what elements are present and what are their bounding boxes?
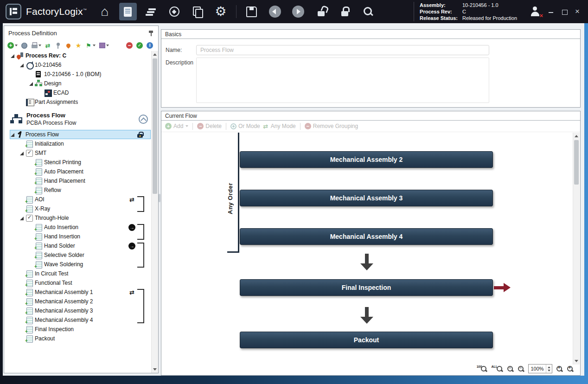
pin-icon[interactable] [148, 30, 154, 37]
panel-splitter[interactable] [159, 194, 160, 202]
dropdown-caret-icon[interactable] [93, 45, 96, 46]
toolbar-button[interactable] [7, 42, 18, 49]
tree-item[interactable]: Mechanical Assembly 4 [10, 315, 151, 325]
flow-node-packout[interactable]: Packout [240, 332, 493, 348]
toolbar-button[interactable] [31, 42, 41, 49]
scroll-thumb[interactable] [574, 140, 579, 185]
scroll-down-icon[interactable] [575, 360, 578, 362]
expander-icon[interactable] [28, 224, 34, 230]
expander-icon[interactable] [19, 299, 25, 305]
toolbar-button[interactable] [336, 3, 353, 20]
expander-icon[interactable] [19, 141, 25, 147]
toolbar-button[interactable] [98, 42, 109, 49]
toolbar-button[interactable] [136, 42, 143, 49]
tree-item[interactable]: SMT [10, 148, 151, 158]
toolbar-button[interactable] [54, 42, 62, 49]
zoom-in-button[interactable] [556, 365, 563, 372]
expander-icon[interactable] [28, 243, 34, 249]
scroll-down-icon[interactable] [153, 368, 157, 371]
zoom-100-button[interactable]: 100 [477, 365, 488, 372]
canvas-scrollbar[interactable] [573, 133, 580, 365]
expander-icon[interactable] [19, 62, 25, 68]
delete-button[interactable]: Delete [197, 123, 222, 129]
name-input[interactable] [196, 45, 489, 55]
add-button[interactable]: Add [165, 123, 188, 129]
toolbar-button[interactable] [212, 3, 230, 20]
expander-icon[interactable] [19, 280, 25, 286]
close-button[interactable] [575, 8, 582, 15]
expander-icon[interactable] [10, 132, 16, 138]
toolbar-button[interactable] [313, 3, 330, 20]
minimize-button[interactable] [548, 8, 555, 15]
expander-icon[interactable] [28, 187, 34, 193]
flow-node-final-inspection[interactable]: Final Inspection [240, 279, 493, 296]
tree-item[interactable]: Functional Test [10, 278, 151, 288]
toolbar-button[interactable] [75, 42, 82, 49]
any-mode-button[interactable]: Any Mode [262, 123, 296, 129]
maximize-button[interactable] [561, 8, 568, 15]
toolbar-button[interactable] [142, 3, 160, 20]
dropdown-caret-icon[interactable] [106, 45, 109, 46]
toolbar-button[interactable] [146, 42, 153, 49]
or-mode-button[interactable]: Or Mode [230, 123, 260, 129]
expander-icon[interactable] [19, 215, 25, 221]
expander-icon[interactable] [28, 169, 34, 175]
flow-node[interactable]: Mechanical Assembly 2 [240, 151, 493, 168]
expander-icon[interactable] [28, 71, 34, 77]
tree-item[interactable]: Process Flow [10, 130, 151, 139]
tree-item[interactable]: Part Assignments [10, 97, 151, 107]
tree-item[interactable]: Initialization [10, 139, 151, 148]
tree-item[interactable]: In Circuit Test [10, 269, 151, 278]
toolbar-button[interactable] [96, 3, 114, 20]
tree-item[interactable]: Through-Hole [10, 213, 151, 223]
tree-item[interactable]: X-Ray [10, 204, 151, 213]
expander-icon[interactable] [19, 317, 25, 323]
expander-icon[interactable] [19, 326, 25, 333]
toolbar-button[interactable] [266, 3, 284, 20]
tree-scrollbar[interactable] [151, 51, 158, 373]
expander-icon[interactable] [19, 206, 25, 212]
toolbar-button[interactable] [189, 3, 206, 20]
tree-item[interactable]: Mechanical Assembly 3 [10, 306, 151, 315]
tree-item[interactable]: Stencil Printing [10, 158, 151, 167]
flow-node[interactable]: Mechanical Assembly 4 [240, 228, 493, 245]
expander-icon[interactable] [38, 90, 44, 96]
expander-icon[interactable] [28, 262, 34, 268]
dropdown-caret-icon[interactable] [185, 125, 188, 127]
tree-item[interactable]: Process Rev: C [10, 51, 151, 60]
zoom-all-button[interactable]: ALL [491, 365, 503, 372]
toolbar-button[interactable] [289, 3, 307, 20]
tree-item[interactable]: 10-210456 [10, 60, 151, 70]
tree-item[interactable]: ECAD [10, 88, 151, 97]
tree-item[interactable]: Auto Insertion [10, 223, 151, 232]
expander-icon[interactable] [19, 289, 25, 295]
expander-icon[interactable] [28, 160, 34, 166]
tree-item[interactable]: Hand Placement [10, 176, 151, 186]
zoom-spinner[interactable] [546, 365, 552, 373]
tree-item[interactable]: Selective Solder [10, 250, 151, 260]
dropdown-caret-icon[interactable] [38, 45, 41, 46]
flow-canvas[interactable]: Any Order Mechanical Assembly 2 Mechanic… [162, 133, 580, 365]
expander-icon[interactable] [19, 271, 25, 277]
expander-icon[interactable] [28, 252, 34, 258]
tree-item[interactable]: Packout [10, 334, 151, 343]
expander-icon[interactable] [19, 150, 25, 156]
tree-item[interactable]: AOI [10, 195, 151, 204]
remove-grouping-button[interactable]: Remove Grouping [305, 123, 358, 129]
expander-icon[interactable] [28, 178, 34, 184]
dropdown-caret-icon[interactable] [15, 45, 18, 46]
toolbar-button[interactable] [359, 3, 377, 20]
process-flow-section-header[interactable]: Process Flow PCBA Process Flow [4, 107, 158, 130]
tree-item[interactable]: Wave Soldering [10, 260, 151, 269]
zoom-fit-button[interactable] [567, 365, 574, 372]
collapse-chevron-icon[interactable] [139, 115, 148, 124]
tree-item[interactable]: Auto Placement [10, 167, 151, 176]
tree-item[interactable]: 10-210456 - 1.0 (BOM) [10, 70, 151, 79]
expander-icon[interactable] [28, 81, 34, 87]
toolbar-button[interactable] [44, 42, 51, 49]
expander-icon[interactable] [28, 234, 34, 240]
tree-item[interactable]: Hand Insertion [10, 232, 151, 241]
expander-icon[interactable] [19, 197, 25, 203]
toolbar-button[interactable] [85, 42, 96, 49]
tree-item[interactable]: Mechanical Assembly 2 [10, 297, 151, 306]
